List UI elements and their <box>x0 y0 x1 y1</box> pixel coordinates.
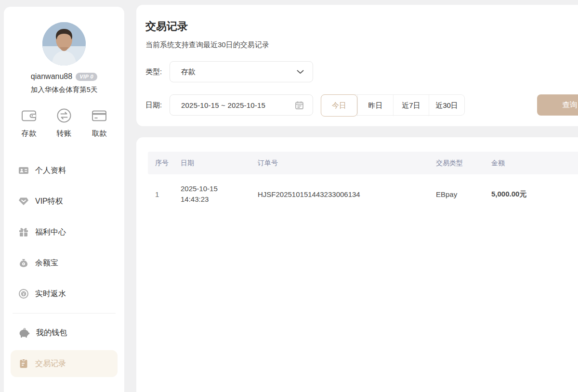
sidebar-item-profile[interactable]: 个人资料 <box>4 155 124 186</box>
sidebar-item-label: 交易记录 <box>35 359 66 369</box>
sidebar-item-transactions[interactable]: 交易记录 <box>11 350 118 377</box>
vip-badge: VIP 0 <box>76 73 97 81</box>
sidebar-item-label: VIP特权 <box>35 196 63 207</box>
sidebar-item-vip[interactable]: VIP特权 <box>4 186 124 217</box>
col-header-type: 交易类型 <box>436 159 491 168</box>
date-range-input[interactable]: 2025-10-15 ~ 2025-10-15 <box>170 94 313 116</box>
wallet-icon <box>20 107 38 124</box>
avatar[interactable] <box>42 22 86 65</box>
sidebar-item-yuebao[interactable]: 余额宝 <box>4 248 124 278</box>
table-row: 1 2025-10-15 14:43:23 HJSF20251015144323… <box>148 176 578 212</box>
withdraw-quick-action[interactable]: 取款 <box>86 107 113 139</box>
quick-action-label: 取款 <box>92 129 107 139</box>
sidebar-menu-bottom: 我的钱包 交易记录 <box>4 317 124 377</box>
username: qianwanu88 <box>31 72 72 81</box>
col-header-index: 序号 <box>148 159 181 168</box>
col-header-date: 日期 <box>181 159 258 168</box>
id-card-icon <box>18 165 29 176</box>
chevron-down-icon <box>297 70 304 74</box>
sidebar-item-welfare[interactable]: 福利中心 <box>4 217 124 248</box>
page-title: 交易记录 <box>145 19 188 34</box>
sidebar-item-label: 我的钱包 <box>36 328 67 338</box>
table-header-row: 序号 日期 订单号 交易类型 金额 <box>148 152 578 174</box>
quick-range-group: 今日 昨日 近7日 近30日 <box>321 94 465 116</box>
row-amount: 5,000.00元 <box>491 190 578 199</box>
piggy-bank-icon <box>18 327 30 338</box>
transfer-quick-action[interactable]: 转账 <box>51 107 78 139</box>
quick-action-label: 转账 <box>57 129 72 139</box>
sidebar-item-label: 余额宝 <box>35 258 58 268</box>
range-30days-button[interactable]: 近30日 <box>429 95 464 116</box>
date-filter-row: 日期: 2025-10-15 ~ 2025-10-15 <box>145 94 313 116</box>
row-type: EBpay <box>436 190 491 198</box>
range-today-button[interactable]: 今日 <box>321 94 357 117</box>
page-subtitle: 当前系统支持查询最近30日的交易记录 <box>145 40 269 50</box>
bank-card-icon <box>91 107 108 124</box>
money-bag-icon <box>18 258 29 268</box>
sidebar-item-rebate[interactable]: 实时返水 <box>4 278 124 309</box>
sidebar-item-wallet[interactable]: 我的钱包 <box>4 317 124 348</box>
range-yesterday-button[interactable]: 昨日 <box>357 95 393 116</box>
col-header-amount: 金额 <box>491 159 578 168</box>
date-range-value: 2025-10-15 ~ 2025-10-15 <box>181 101 295 109</box>
sidebar-item-label: 个人资料 <box>35 166 66 176</box>
type-label: 类型: <box>145 67 170 77</box>
calendar-icon <box>295 101 304 110</box>
avatar-portrait-image <box>42 22 86 65</box>
quick-action-label: 存款 <box>22 129 37 139</box>
sidebar-menu: 个人资料 VIP特权 <box>4 155 124 309</box>
sidebar: qianwanu88 VIP 0 加入华体会体育第5天 存款 <box>4 7 124 392</box>
user-row: qianwanu88 VIP 0 <box>4 72 124 81</box>
search-button[interactable]: 查询 <box>537 94 578 116</box>
sidebar-divider <box>13 313 116 314</box>
order-list-icon <box>18 358 29 369</box>
quick-actions: 存款 转账 <box>12 107 117 139</box>
col-header-order: 订单号 <box>258 159 436 168</box>
gift-icon <box>18 227 29 237</box>
row-date-time: 14:43:23 <box>181 194 258 205</box>
transfer-icon <box>55 107 73 124</box>
row-index: 1 <box>148 190 181 198</box>
sidebar-item-label: 实时返水 <box>35 289 66 299</box>
join-days-text: 加入华体会体育第5天 <box>4 85 124 94</box>
row-date: 2025-10-15 14:43:23 <box>181 183 258 205</box>
rebate-coin-icon <box>18 288 29 299</box>
transactions-panel: 序号 日期 订单号 交易类型 金额 1 2025-10-15 14:43:23 … <box>136 137 578 392</box>
date-label: 日期: <box>145 101 170 110</box>
deposit-quick-action[interactable]: 存款 <box>15 107 42 139</box>
range-7days-button[interactable]: 近7日 <box>393 95 429 116</box>
vip-gem-icon <box>18 196 29 207</box>
account-page: qianwanu88 VIP 0 加入华体会体育第5天 存款 <box>0 0 578 392</box>
type-select[interactable]: 存款 <box>170 61 313 82</box>
type-select-value: 存款 <box>181 67 297 77</box>
row-date-day: 2025-10-15 <box>181 183 258 194</box>
filter-panel: 交易记录 当前系统支持查询最近30日的交易记录 类型: 存款 日期: 2025-… <box>136 5 578 126</box>
row-order-no: HJSF202510151443233006134 <box>258 190 436 198</box>
sidebar-item-label: 福利中心 <box>35 227 66 237</box>
type-filter-row: 类型: 存款 <box>145 61 313 82</box>
